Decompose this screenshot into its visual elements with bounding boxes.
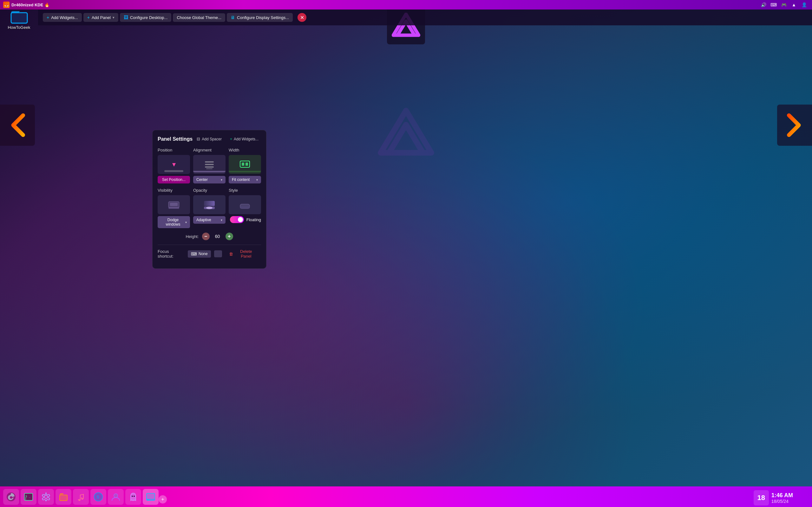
height-plus-icon: + — [228, 233, 231, 239]
focus-extra-button[interactable] — [214, 250, 222, 257]
height-plus-button[interactable]: + — [225, 233, 233, 240]
volume-tray-icon[interactable]: 🔊 — [760, 2, 767, 8]
right-arrow-svg — [783, 112, 806, 138]
visibility-icon — [167, 199, 180, 211]
settings-app-icon — [41, 492, 51, 502]
gamepad-tray-icon[interactable]: 🎮 — [780, 2, 787, 8]
visibility-chevron: ▾ — [185, 221, 187, 224]
width-label: Width — [229, 148, 239, 153]
keyboard-tray-icon[interactable]: ⌨ — [770, 2, 777, 8]
alignment-chevron: ▾ — [221, 178, 222, 181]
valve-tray-icon[interactable]: ▲ — [791, 2, 797, 8]
svg-point-30 — [132, 496, 133, 497]
opacity-preview — [193, 195, 225, 214]
alignment-preview — [193, 155, 225, 174]
focus-row: Focus shortcut: ⌨ None 🗑 Delete Panel — [158, 247, 261, 260]
position-label: Position — [158, 148, 172, 153]
alignment-col: Alignment Center ▾ — [193, 148, 225, 183]
set-position-label: Set Position... — [162, 177, 186, 182]
steam-app-icon — [6, 492, 16, 502]
choose-theme-label: Choose Global Theme... — [177, 15, 221, 20]
settings-row-2: Visibility Dodge windows ▾ Opacity — [158, 188, 261, 228]
style-preview — [229, 195, 261, 214]
taskbar-app-files[interactable] — [55, 489, 71, 505]
taskbar-add-button[interactable]: + — [159, 495, 167, 504]
add-spacer-button[interactable]: ⊟ Add Spacer — [194, 135, 224, 143]
app-title-label: Dr460nized KDE 🔥 — [11, 3, 49, 7]
svg-rect-24 — [60, 495, 67, 501]
floating-toggle-container: Floating — [229, 216, 261, 223]
add-panel-chevron: ▾ — [113, 15, 114, 20]
width-icon — [239, 158, 251, 170]
add-widgets-button[interactable]: + Add Widgets... — [43, 13, 82, 22]
opacity-value: Adaptive — [196, 218, 211, 222]
svg-rect-4 — [205, 161, 214, 163]
position-preview: ▾ — [158, 155, 190, 174]
kde-logo-bg — [377, 108, 435, 158]
configure-desktop-icon: 🖼 — [124, 15, 128, 20]
alignment-dropdown[interactable]: Center ▾ — [193, 176, 225, 183]
howtogeek-folder-icon[interactable]: HowToGeek — [6, 9, 32, 30]
ghost-app-icon — [128, 492, 138, 502]
user-tray-icon[interactable]: 👤 — [801, 2, 807, 8]
add-widgets-icon: + — [47, 15, 49, 20]
opacity-chevron: ▾ — [221, 218, 222, 222]
clock-display: 1:46 AM 18/05/24 — [771, 492, 793, 504]
account-app-icon — [111, 492, 121, 502]
svg-rect-6 — [205, 166, 214, 168]
music-app-icon — [76, 492, 86, 502]
style-icon — [239, 199, 251, 211]
configure-display-button[interactable]: 🖥 Configure Display Settings... — [227, 13, 293, 22]
alignment-label: Alignment — [193, 148, 212, 153]
opacity-dropdown[interactable]: Adaptive ▾ — [193, 216, 225, 224]
set-position-button[interactable]: Set Position... — [158, 176, 190, 183]
add-spacer-icon: ⊟ — [197, 136, 200, 141]
visibility-label: Visibility — [158, 188, 172, 193]
delete-panel-button[interactable]: 🗑 Delete Panel — [225, 247, 261, 260]
taskbar-app-panel[interactable] — [143, 489, 159, 505]
panel-settings-header: Panel Settings ⊟ Add Spacer + Add Widget… — [158, 135, 261, 143]
terminal-app-icon: $ _ ▌ — [23, 492, 34, 502]
app-title[interactable]: 🦊 Dr460nized KDE 🔥 — [3, 2, 49, 8]
add-panel-button[interactable]: + Add Panel ▾ — [84, 13, 118, 22]
close-edit-button[interactable]: ✕ — [298, 13, 306, 22]
files-app-icon — [58, 492, 68, 502]
clock-date: 18/05/24 — [771, 499, 789, 504]
visibility-dropdown[interactable]: Dodge windows ▾ — [158, 216, 190, 228]
ps-add-widgets-icon: + — [230, 137, 232, 141]
svg-point-35 — [148, 499, 149, 500]
delete-panel-label: Delete Panel — [235, 249, 257, 259]
taskbar-app-settings[interactable] — [38, 489, 54, 505]
width-value: Fit content — [232, 177, 250, 182]
opacity-col: Opacity Adaptive ▾ — [193, 188, 225, 228]
svg-rect-14 — [204, 201, 215, 206]
top-panel-right: 🔊 ⌨ 🎮 ▲ 👤 — [760, 2, 812, 8]
height-label: Height: — [186, 234, 199, 239]
calendar-widget[interactable]: 18 1:46 AM 18/05/24 — [754, 490, 793, 505]
svg-point-25 — [79, 499, 81, 501]
floating-toggle[interactable] — [230, 216, 244, 223]
focus-shortcut-button[interactable]: ⌨ None — [188, 250, 211, 258]
svg-point-31 — [134, 496, 135, 497]
top-panel: 🦊 Dr460nized KDE 🔥 🔊 ⌨ 🎮 ▲ 👤 — [0, 0, 812, 9]
configure-desktop-button[interactable]: 🖼 Configure Desktop... — [120, 13, 171, 22]
folder-icon — [10, 9, 28, 24]
taskbar-app-steam[interactable] — [3, 489, 19, 505]
taskbar-app-music[interactable] — [73, 489, 89, 505]
taskbar-app-terminal[interactable]: $ _ ▌ — [20, 489, 37, 505]
app-logo-icon: 🦊 — [3, 2, 9, 8]
ps-add-widgets-button[interactable]: + Add Widgets... — [227, 135, 261, 143]
height-value: 60 — [213, 234, 222, 239]
folder-label: HowToGeek — [8, 25, 31, 30]
width-dropdown[interactable]: Fit content ▾ — [229, 176, 261, 183]
taskbar-app-skype[interactable]: S — [90, 489, 106, 505]
right-arrow-button[interactable] — [777, 105, 812, 146]
left-arrow-button[interactable] — [0, 105, 35, 146]
choose-theme-button[interactable]: Choose Global Theme... — [173, 13, 225, 22]
taskbar-app-ghost[interactable] — [125, 489, 141, 505]
panel-settings-title: Panel Settings — [158, 136, 193, 142]
height-minus-button[interactable]: − — [202, 233, 210, 240]
taskbar-app-account[interactable] — [108, 489, 124, 505]
alignment-value: Center — [196, 177, 208, 182]
focus-shortcut-value: None — [199, 251, 208, 256]
